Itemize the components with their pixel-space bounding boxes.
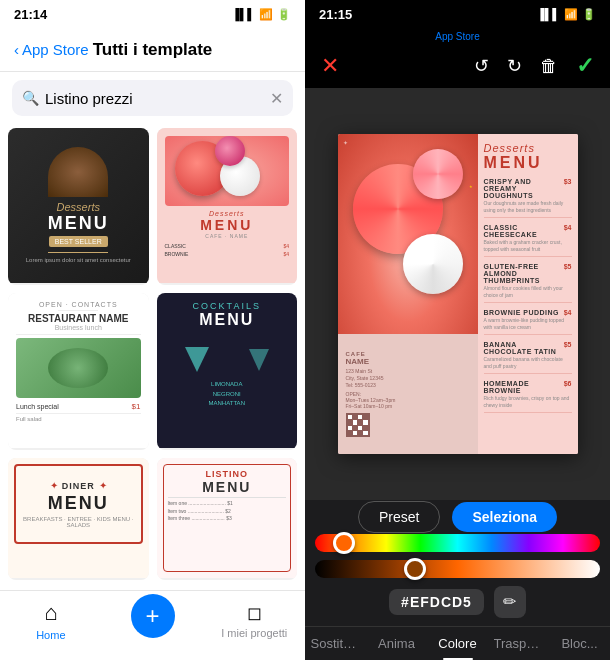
add-icon: + [145,602,159,630]
page-title: Tutti i template [93,40,213,60]
color-hue-bar[interactable] [315,534,600,552]
cafe-hours: OPEN: Mon–Tues 12am–3pm Fri–Sat 10am–10 … [346,391,470,409]
menu-item-5: BANANA CHOCOLATE TATIN $5 Caramelized ba… [484,341,572,374]
cc-menu-text: MENU [165,311,290,329]
cc-glass2 [249,349,269,371]
color-hue-bar-wrapper [305,534,610,552]
right-status-icons: ▐▌▌ 📶 🔋 [537,8,596,21]
template-card-desserts-dark[interactable]: Desserts MENU BEST SELLER Lorem ipsum do… [8,128,149,285]
brightness-thumb[interactable] [404,558,426,580]
item-4-desc: A warm brownie-like pudding topped with … [484,317,572,330]
menu-bottom-info: CAFE NAME 123 Main St City, State 12345 … [338,334,478,454]
search-icon: 🔍 [22,90,39,106]
template-card-diner[interactable]: ✦ DINER ✦ MENU BREAKFASTS · ENTREE · KID… [8,458,149,580]
item-2-desc: Baked with a graham cracker crust, toppe… [484,239,572,252]
sprinkle-2: ★ [469,184,473,189]
pink-card-item1: CLASSIC [165,243,284,249]
tab-sostituisci[interactable]: Sostituisci [305,627,366,660]
hex-row: #EFDCD5 ✏ [305,586,610,618]
dn-menu-title: MENU [48,493,109,514]
add-button[interactable]: + [131,594,175,638]
battery-icon: 🔋 [277,8,291,21]
tab-colore-label: Colore [438,636,476,651]
preset-select-bar: Preset Seleziona [305,500,610,534]
brightness-bar[interactable] [315,560,600,578]
canvas-area[interactable]: ✦ ★ CAFE NAME 123 Main St City, State 12… [305,88,610,500]
tab-projects[interactable]: ◻ I miei progetti [203,602,305,649]
tab-trasparenza[interactable]: Trasparenza [488,627,549,660]
item-1-price: $3 [564,178,572,185]
menu-item-6: HOMEMADE BROWNIE $6 Rich fudgy brownies,… [484,380,572,413]
rc-restaurant-name: RESTAURANT NAME [16,313,141,324]
item-5-name: BANANA CHOCOLATE TATIN [484,341,564,355]
back-chevron-icon: ‹ [14,41,19,58]
menu-title-area: Desserts MENU [484,142,572,172]
bottom-toolbar-tabs: Sostituisci Anima Colore Trasparenza Blo… [305,626,610,660]
rc-sub-text: Business lunch [16,324,141,331]
card-script-text: Desserts [57,201,100,213]
menu-right-column: Desserts MENU CRISPY AND CREAMY DOUGHNUT… [478,134,578,454]
tab-bloc[interactable]: Bloc... [549,627,610,660]
close-button[interactable]: ✕ [321,53,339,79]
item-5-price: $5 [564,341,572,348]
search-clear-icon[interactable]: ✕ [270,89,283,108]
eyedropper-button[interactable]: ✏ [494,586,526,618]
tab-sostituisci-label: Sostituisci [311,636,361,651]
rc-open-text: OPEN · CONTACTS [16,301,141,308]
template-card-restaurant[interactable]: OPEN · CONTACTS RESTAURANT NAME Business… [8,293,149,450]
menu-preview-template: ✦ ★ CAFE NAME 123 Main St City, State 12… [338,134,578,454]
right-appstore-bar: App Store [305,28,610,44]
item-5-desc: Caramelized banana with chocolate and pu… [484,356,572,369]
listino-items: Item one ........................... $1 … [168,500,287,523]
template-card-desserts-pink[interactable]: Desserts MENU CAFE · NAME CLASSIC $4 BRO… [157,128,298,285]
rc-food-image [16,338,141,398]
template-card-cocktails[interactable]: COCKTAILS MENU LIMONADANEGRONIMANHATTAN [157,293,298,450]
tab-bloc-label: Bloc... [561,636,597,651]
confirm-button[interactable]: ✓ [576,53,594,79]
left-status-bar: 21:14 ▐▌▌ 📶 🔋 [0,0,305,28]
left-status-time: 21:14 [14,7,47,22]
card-badge: BEST SELLER [49,236,108,247]
dn-cross2: ✦ [99,480,107,491]
item-6-price: $6 [564,380,572,387]
hex-color-badge[interactable]: #EFDCD5 [389,589,484,615]
tab-home[interactable]: ⌂ Home [0,600,102,651]
dn-sections: BREAKFASTS · ENTREE · KIDS MENU · SALADS [20,516,137,528]
item-4-name: BROWNIE PUDDING [484,309,560,316]
back-button[interactable]: ‹ App Store [14,41,89,58]
delete-button[interactable]: 🗑 [540,56,558,77]
item-6-name: HOMEMADE BROWNIE [484,380,564,394]
donut-white [403,234,463,294]
search-input[interactable]: Listino prezzi [45,90,264,107]
donut-3 [215,136,245,166]
signal-icon: ▐▌▌ [232,8,255,20]
menu-item-4: BROWNIE PUDDING $4 A warm brownie-like p… [484,309,572,335]
pink-card-script: Desserts [165,210,290,217]
preset-button[interactable]: Preset [358,501,440,533]
bottom-panel: Preset Seleziona #EFDCD5 ✏ Sostituisci [305,500,610,660]
rc-divider [16,334,141,335]
undo-button[interactable]: ↺ [474,55,489,77]
listino-title: LISTINO [168,469,287,479]
right-header: ✕ ↺ ↻ 🗑 ✓ [305,44,610,88]
item-3-price: $5 [564,263,572,270]
tab-trasparenza-label: Trasparenza [494,636,544,651]
tab-anima[interactable]: Anima [366,627,427,660]
tab-add-center[interactable]: + [102,594,204,658]
redo-button[interactable]: ↻ [507,55,522,77]
tab-colore[interactable]: Colore [427,627,488,660]
pink-card-price2: $4 [283,251,289,257]
tab-anima-label: Anima [378,636,415,651]
brightness-bar-wrapper [305,560,610,578]
card-description: Lorem ipsum dolor sit amet consectetur [26,256,131,264]
item-1-desc: Our doughnuts are made fresh daily using… [484,200,572,213]
seleziona-button[interactable]: Seleziona [452,502,557,532]
item-6-desc: Rich fudgy brownies, crispy on top and c… [484,395,572,408]
template-card-listino[interactable]: LISTINO MENU Item one ..................… [157,458,298,580]
item-2-price: $4 [564,224,572,231]
cc-glass1 [185,347,209,372]
donut-pink [413,149,463,199]
cafe-contacts: 123 Main St City, State 12345 Tel: 555-0… [346,368,470,389]
search-bar[interactable]: 🔍 Listino prezzi ✕ [12,80,293,116]
color-hue-thumb[interactable] [333,532,355,554]
